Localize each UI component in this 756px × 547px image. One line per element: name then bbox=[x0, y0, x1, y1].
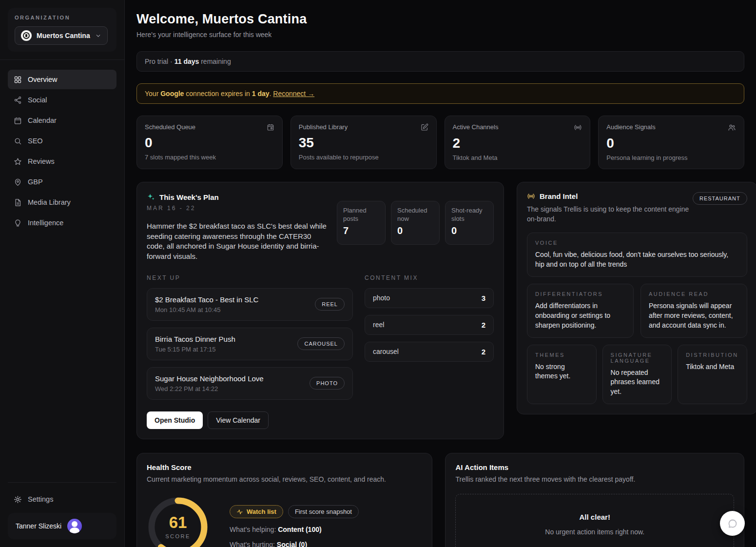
mini-stat-shot-ready-slots: Shot-ready slots 0 bbox=[445, 201, 494, 245]
mini-stat-scheduled-now: Scheduled now 0 bbox=[391, 201, 440, 245]
broadcast-icon bbox=[574, 123, 582, 132]
stat-value: 2 bbox=[453, 136, 582, 151]
health-score-card: Health Score Current marketing momentum … bbox=[136, 453, 432, 547]
next-up-label: NEXT UP bbox=[147, 274, 353, 281]
org-label: ORGANIZATION bbox=[15, 15, 110, 20]
post-time: Wed 2:22 PM at 14:22 bbox=[155, 385, 264, 392]
brand-intel-title: Brand Intel bbox=[540, 192, 578, 200]
mini-stat-label: Scheduled now bbox=[397, 207, 433, 223]
lightbulb-icon bbox=[14, 219, 22, 227]
stat-label: Active Channels bbox=[453, 123, 499, 131]
sidebar-bottom: Settings bbox=[8, 482, 116, 509]
score-value: 61 bbox=[169, 514, 187, 530]
brand-intel-card: Brand Intel The signals Trellis is using… bbox=[517, 182, 756, 414]
next-up-item[interactable]: Sugar House Neighborhood Love Wed 2:22 P… bbox=[147, 367, 353, 400]
mini-stat-value: 7 bbox=[343, 225, 379, 236]
differentiators-text: Add differentiators in onboarding or set… bbox=[535, 301, 625, 331]
chat-bubble-icon bbox=[727, 518, 738, 529]
view-calendar-button[interactable]: View Calendar bbox=[208, 411, 269, 429]
sidebar-item-calendar[interactable]: Calendar bbox=[8, 111, 116, 130]
empty-state-title: All clear! bbox=[465, 513, 724, 521]
content-mix-label: CONTENT MIX bbox=[365, 274, 494, 281]
empty-state-subtitle: No urgent action items right now. bbox=[465, 528, 724, 536]
sidebar-item-label: Media Library bbox=[28, 198, 71, 206]
plan-mini-stats: Planned posts 7 Scheduled now 0 Shot-rea… bbox=[337, 201, 494, 262]
next-up-item[interactable]: Birria Tacos Dinner Push Tue 5:15 PM at … bbox=[147, 328, 353, 360]
gear-icon bbox=[14, 495, 22, 504]
sidebar-nav: Overview Social Calendar SEO Reviews GBP… bbox=[0, 60, 124, 233]
sidebar-item-gbp[interactable]: GBP bbox=[8, 172, 116, 192]
page-title: Welcome, Muertos Cantina bbox=[136, 12, 744, 27]
sidebar-item-label: Reviews bbox=[28, 157, 55, 165]
stat-card-published-library: Published Library 35 Posts available to … bbox=[291, 116, 437, 169]
hurting-label: What's hurting: bbox=[230, 541, 277, 547]
stat-sub: Persona learning in progress bbox=[606, 154, 736, 161]
share-icon bbox=[14, 96, 22, 104]
reconnect-link[interactable]: Reconnect → bbox=[273, 90, 314, 98]
post-type-badge: PHOTO bbox=[310, 377, 345, 390]
distribution-text: Tiktok and Meta bbox=[686, 362, 739, 372]
mix-count: 2 bbox=[482, 321, 485, 329]
stat-card-audience-signals: Audience Signals 0 Persona learning in p… bbox=[598, 116, 744, 169]
stat-value: 0 bbox=[606, 136, 736, 151]
mini-stat-value: 0 bbox=[397, 225, 433, 236]
chevron-down-icon bbox=[95, 33, 101, 39]
org-card: ORGANIZATION Muertos Cantina bbox=[8, 8, 116, 52]
sidebar-spacer bbox=[0, 233, 124, 482]
differentiators-label: DIFFERENTIATORS bbox=[535, 291, 625, 297]
ai-actions-title: AI Action Items bbox=[455, 463, 734, 471]
users-icon bbox=[728, 123, 736, 132]
post-title: $2 Breakfast Taco - Best in SLC bbox=[155, 295, 258, 304]
user-menu[interactable]: Tanner Slizeski bbox=[8, 513, 116, 539]
stat-sub: Posts available to repurpose bbox=[299, 154, 428, 161]
bottom-section: Health Score Current marketing momentum … bbox=[136, 453, 744, 547]
sidebar-item-intelligence[interactable]: Intelligence bbox=[8, 213, 116, 233]
trial-text-suffix: remaining bbox=[199, 58, 231, 65]
sidebar-item-seo[interactable]: SEO bbox=[8, 131, 116, 151]
signature-language-box: SIGNATURE LANGUAGE No repeated phrases l… bbox=[602, 345, 672, 405]
health-score-title: Health Score bbox=[147, 463, 422, 471]
sidebar-item-overview[interactable]: Overview bbox=[8, 70, 116, 89]
weeks-plan-card: This Week's Plan MAR 16 - 22 Hammer the … bbox=[136, 182, 504, 439]
hurting-line: What's hurting: Social (0) bbox=[230, 541, 359, 547]
sidebar-item-label: SEO bbox=[28, 137, 43, 145]
sidebar-item-reviews[interactable]: Reviews bbox=[8, 152, 116, 171]
audience-read-text: Persona signals will appear after more r… bbox=[649, 301, 739, 331]
sidebar-item-media-library[interactable]: Media Library bbox=[8, 193, 116, 212]
org-section: ORGANIZATION Muertos Cantina bbox=[0, 0, 124, 60]
stats-row: Scheduled Queue 0 7 slots mapped this we… bbox=[136, 116, 744, 169]
google-expiry-banner: Your Google connection expires in 1 day.… bbox=[136, 83, 744, 104]
sparkles-icon bbox=[147, 193, 155, 201]
voice-text: Cool, fun vibe, delicious food, don't ta… bbox=[535, 250, 739, 270]
content-mix-row: photo 3 bbox=[365, 288, 494, 308]
post-type-badge: REEL bbox=[315, 298, 345, 311]
document-icon bbox=[14, 198, 22, 207]
themes-label: THEMES bbox=[535, 352, 588, 358]
sidebar-item-settings[interactable]: Settings bbox=[8, 489, 116, 509]
sidebar-item-label: GBP bbox=[28, 178, 43, 186]
stat-label: Audience Signals bbox=[606, 123, 655, 131]
audience-read-label: AUDIENCE READ bbox=[649, 291, 739, 297]
voice-label: VOICE bbox=[535, 240, 739, 246]
next-up-item[interactable]: $2 Breakfast Taco - Best in SLC Mon 10:4… bbox=[147, 288, 353, 321]
stat-sub: Tiktok and Meta bbox=[453, 154, 582, 161]
org-logo bbox=[21, 30, 32, 41]
audience-read-box: AUDIENCE READ Persona signals will appea… bbox=[640, 284, 747, 338]
themes-box: THEMES No strong themes yet. bbox=[527, 345, 597, 405]
open-studio-button[interactable]: Open Studio bbox=[147, 411, 203, 429]
sidebar: ORGANIZATION Muertos Cantina Overview So… bbox=[0, 0, 125, 547]
page-subtitle: Here's your intelligence surface for thi… bbox=[136, 31, 744, 39]
sidebar-item-social[interactable]: Social bbox=[8, 90, 116, 110]
voice-box: VOICE Cool, fun vibe, delicious food, do… bbox=[527, 233, 747, 277]
post-type-badge: CAROUSEL bbox=[297, 337, 345, 350]
main-content: Welcome, Muertos Cantina Here's your int… bbox=[125, 0, 756, 547]
mix-type: photo bbox=[373, 294, 390, 302]
distribution-box: DISTRIBUTION Tiktok and Meta bbox=[678, 345, 747, 405]
post-time: Mon 10:45 AM at 10:45 bbox=[155, 306, 258, 313]
chat-fab-button[interactable] bbox=[720, 511, 745, 536]
google-banner-text: connection expires in bbox=[184, 90, 252, 98]
date-range: MAR 16 - 22 bbox=[147, 205, 328, 212]
trial-banner: Pro trial · 11 days remaining bbox=[136, 51, 744, 72]
health-score-subtitle: Current marketing momentum across social… bbox=[147, 475, 422, 483]
org-selector[interactable]: Muertos Cantina bbox=[15, 26, 108, 45]
